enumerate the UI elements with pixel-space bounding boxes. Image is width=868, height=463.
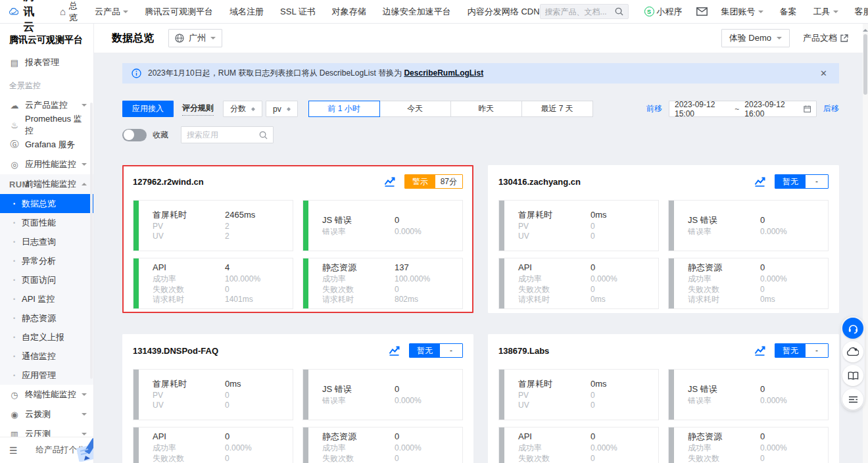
nav-link[interactable]: 客服支持 <box>855 6 868 18</box>
demo-selector[interactable]: 体验 Demo <box>721 29 790 47</box>
score-badge[interactable]: 警示 87分 <box>404 174 463 189</box>
nav-mini-program[interactable]: S 小程序 <box>644 6 683 18</box>
shift-forward-link[interactable]: 后移 <box>823 103 839 114</box>
metric-tile[interactable]: 静态资源 137 成功率 100.000% <box>302 258 463 309</box>
nav-overview[interactable]: ⌂ 总览 <box>60 0 78 24</box>
main-area: 数据总览 广州 体验 Demo 产品文档 <box>94 24 868 463</box>
tile-status-bar <box>133 370 139 420</box>
product-search-input[interactable] <box>545 7 611 16</box>
sidebar-item-rum[interactable]: RUM 前端性能监控 <box>0 174 93 194</box>
sidebar-subitem[interactable]: 页面访问 <box>0 270 93 289</box>
score-badge[interactable]: 暂无 - <box>775 174 829 189</box>
sidebar-scrollbar[interactable] <box>90 103 93 379</box>
metric-tile[interactable]: 静态资源 0 成功率 0.000% <box>668 258 829 309</box>
sidebar-subitem[interactable]: 日志查询 <box>0 232 93 251</box>
nav-link[interactable]: 备案 <box>780 6 797 18</box>
filter-row: 应用接入 评分规则 分数 pv 前 1 小时 今天 昨天 最近 7 天 <box>122 101 839 117</box>
customer-service-button[interactable] <box>842 318 863 339</box>
line-chart-icon[interactable] <box>754 346 765 356</box>
documentation-button[interactable] <box>842 365 863 386</box>
notice-link[interactable]: DescribeRumLogList <box>404 68 483 78</box>
sidebar-subitem[interactable]: 数据总览 <box>0 194 93 213</box>
favorite-toggle[interactable] <box>122 129 147 141</box>
sidebar-subitem[interactable]: 应用管理 <box>0 366 93 385</box>
app-name[interactable]: 138679.Labs <box>498 346 549 356</box>
metric-sub-value: 0 <box>591 401 595 411</box>
metric-subrow: UV 0 <box>153 401 293 411</box>
nav-link[interactable]: 内容分发网络 CDN <box>468 6 540 18</box>
sidebar-item[interactable]: ☁ 云产品监控 <box>0 95 93 115</box>
metric-tile[interactable]: API 4 成功率 100.000% <box>133 258 293 309</box>
sidebar-subitem[interactable]: 页面性能 <box>0 213 93 232</box>
nav-link[interactable]: SSL 证书 <box>280 6 316 18</box>
nav-link[interactable]: 云产品 <box>95 6 128 18</box>
survey-button[interactable] <box>842 389 863 410</box>
app-search-input[interactable] <box>187 130 249 139</box>
metric-tile[interactable]: JS 错误 0 错误率 0.000% <box>302 200 463 251</box>
score-badge[interactable]: 暂无 - <box>409 343 463 358</box>
sidebar-subitem[interactable]: 自定义上报 <box>0 328 93 347</box>
sidebar-item[interactable]: Ⓖ Grafana 服务 <box>0 135 93 155</box>
sidebar-item[interactable]: ♨ Prometheus 监控 <box>0 115 93 135</box>
metric-tile[interactable]: API 0 成功率 0.000% <box>498 427 659 463</box>
metric-tile[interactable]: JS 错误 0 错误率 0.000% <box>668 369 829 420</box>
metric-tile[interactable]: 静态资源 0 成功率 0.000% <box>302 427 463 463</box>
tencent-cloud-logo[interactable]: 腾讯云 <box>9 0 43 34</box>
product-docs-link[interactable]: 产品文档 <box>803 32 848 44</box>
shift-back-link[interactable]: 前移 <box>646 103 662 114</box>
app-name[interactable]: 130416.zachyang.cn <box>498 177 581 187</box>
score-sort-select[interactable]: 分数 <box>223 101 262 117</box>
sidebar-item[interactable]: ◷ 终端性能监控 <box>0 385 93 404</box>
collapse-sidebar-icon[interactable]: ☰ <box>9 445 18 456</box>
metric-tile[interactable]: 首屏耗时 0ms PV 0 <box>498 369 659 420</box>
sidebar-subitem[interactable]: 异常分析 <box>0 251 93 270</box>
nav-link[interactable]: 腾讯云可观测平台 <box>145 6 213 18</box>
pv-sort-select[interactable]: pv <box>266 101 298 117</box>
line-chart-icon[interactable] <box>754 177 765 187</box>
mail-icon[interactable] <box>696 7 708 16</box>
nav-link[interactable]: 边缘安全加速平台 <box>383 6 451 18</box>
app-card: 127962.r2wind.cn <box>122 165 473 313</box>
app-search-box[interactable] <box>181 126 274 143</box>
metric-subrow: 成功率 0.000% <box>153 443 293 454</box>
date-range-picker[interactable]: 2023-09-12 15:00 ~ 2023-09-12 16:00 <box>669 101 817 117</box>
score-rules-link[interactable]: 评分规则 <box>182 103 214 116</box>
sidebar-subitem[interactable]: 静态资源 <box>0 308 93 328</box>
metric-tile[interactable]: JS 错误 0 错误率 0.000% <box>302 369 463 420</box>
nav-link[interactable]: 对象存储 <box>332 6 366 18</box>
nav-link[interactable]: 集团账号 <box>721 6 763 18</box>
app-name[interactable]: 127962.r2wind.cn <box>133 177 204 187</box>
line-chart-icon[interactable] <box>384 177 395 187</box>
time-range-tab[interactable]: 最近 7 天 <box>521 101 593 117</box>
time-range-tab[interactable]: 昨天 <box>450 101 522 117</box>
score-badge[interactable]: 暂无 - <box>775 343 829 358</box>
app-access-button[interactable]: 应用接入 <box>122 101 174 117</box>
sidebar-item[interactable]: ◉ 云拨测 <box>0 404 93 424</box>
scrollbar-thumb[interactable] <box>863 34 867 95</box>
search-icon[interactable] <box>615 7 623 16</box>
metric-tile[interactable]: JS 错误 0 错误率 0.000% <box>668 200 829 251</box>
app-name[interactable]: 131439.DNSPod-FAQ <box>133 346 218 356</box>
region-selector[interactable]: 广州 <box>168 29 222 47</box>
sidebar-item[interactable]: ◎ 应用性能监控 <box>0 155 93 174</box>
time-range-tab[interactable]: 前 1 小时 <box>308 101 380 117</box>
sidebar-item-report[interactable]: ▤ 报表管理 <box>0 53 93 72</box>
metric-tile[interactable]: 静态资源 0 成功率 0.000% <box>668 427 829 463</box>
sidebar-subitem[interactable]: API 监控 <box>0 289 93 308</box>
metric-tile[interactable]: API 0 成功率 0.000% <box>498 258 659 309</box>
search-icon[interactable] <box>259 131 268 139</box>
calendar-icon[interactable] <box>804 105 811 113</box>
metric-tile[interactable]: API 0 成功率 0.000% <box>133 427 293 463</box>
metric-tile[interactable]: 首屏耗时 0ms PV 0 <box>498 200 659 251</box>
time-range-tab[interactable]: 今天 <box>379 101 451 117</box>
metric-tile[interactable]: 首屏耗时 0ms PV 0 <box>133 369 293 420</box>
sidebar-subitem[interactable]: 通信监控 <box>0 347 93 366</box>
feedback-button[interactable] <box>842 341 863 362</box>
nav-link[interactable]: 域名注册 <box>229 6 264 18</box>
close-icon[interactable]: ✕ <box>817 68 830 78</box>
nav-link[interactable]: 工具 <box>813 6 838 18</box>
metric-tile[interactable]: 首屏耗时 2465ms PV 2 <box>133 200 293 251</box>
line-chart-icon[interactable] <box>389 346 400 356</box>
product-search-box[interactable] <box>540 4 629 19</box>
scroll-up-arrow-icon[interactable] <box>863 26 868 32</box>
